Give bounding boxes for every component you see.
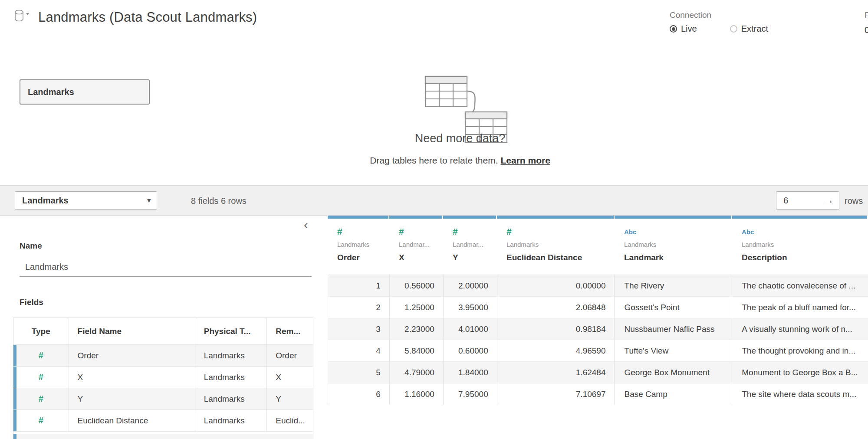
connection-extract-radio[interactable]: Extract <box>730 24 768 34</box>
numeric-cell: 4.01000 <box>444 318 497 340</box>
fields-rows-summary: 8 fields 6 rows <box>191 186 247 216</box>
column-field-name: Description <box>742 253 867 262</box>
numeric-cell: 3 <box>328 318 390 340</box>
grid-toolbar: Landmarks ▾ 8 fields 6 rows → rows <box>0 185 868 216</box>
filters-label: Filters <box>865 10 868 20</box>
column-selected-bar <box>615 216 731 219</box>
remote-field-cell: Order <box>267 345 313 366</box>
table-name-field[interactable]: Landmarks <box>20 257 312 277</box>
physical-table-cell: Landmarks <box>195 388 267 410</box>
table-select-dropdown[interactable]: Landmarks ▾ <box>15 191 157 210</box>
text-cell: George Box Monument <box>615 362 732 383</box>
field-row[interactable]: #YLandmarksY <box>13 388 313 410</box>
numeric-cell: 1.62484 <box>497 362 615 383</box>
text-cell: Base Camp <box>615 383 732 405</box>
column-table-name: Landmarks <box>337 241 388 248</box>
drag-tables-text: Drag tables here to relate them. <box>370 155 498 165</box>
fields-header-type: Type <box>13 318 69 344</box>
text-cell: A visually stunning work of n... <box>732 318 868 340</box>
connection-live-radio[interactable]: Live <box>670 24 697 34</box>
field-row[interactable]: #XLandmarksX <box>13 367 313 388</box>
text-cell: Monument to George Box a B... <box>732 362 868 383</box>
table-select-value: Landmarks <box>22 196 69 205</box>
numeric-cell: 7.10697 <box>497 383 615 405</box>
database-menu-button[interactable] <box>14 9 33 23</box>
table-row: 54.790001.840001.62484George Box Monumen… <box>328 362 868 383</box>
string-type-icon: Abc <box>624 225 731 239</box>
column-header-content: #Landmar...Y <box>443 219 496 275</box>
data-grid-header: #LandmarksOrder#Landmar...X#Landmar...Y#… <box>328 216 868 275</box>
column-field-name: Order <box>337 253 388 262</box>
number-type-icon: # <box>13 345 69 366</box>
number-type-icon: # <box>13 388 69 410</box>
column-table-name: Landmarks <box>506 241 614 248</box>
numeric-cell: 6 <box>328 383 390 405</box>
number-type-icon: # <box>13 367 69 388</box>
fields-table-body: #OrderLandmarksOrder#XLandmarksX#YLandma… <box>13 345 313 439</box>
remote-field-cell: Y <box>267 388 313 410</box>
numeric-cell: 2.06848 <box>497 297 615 318</box>
fields-label: Fields <box>20 298 43 307</box>
column-table-name: Landmarks <box>742 241 867 248</box>
data-grid-body: 10.560002.000000.00000The RiveryThe chao… <box>328 275 868 405</box>
physical-table-cell: Landmarks <box>195 345 267 366</box>
column-header-content: AbcLandmarksDescription <box>732 219 867 275</box>
selected-row-bar <box>13 434 16 439</box>
fields-header-physical-table: Physical T... <box>195 318 267 344</box>
rows-count-box: → <box>776 191 839 210</box>
rows-label: rows <box>845 186 863 216</box>
numeric-cell: 4.96590 <box>497 340 615 361</box>
text-cell: The thought provoking and in... <box>732 340 868 361</box>
column-selected-bar <box>389 216 442 219</box>
text-cell: Nussbaumer Naflic Pass <box>615 318 732 340</box>
numeric-cell: 3.95000 <box>444 297 497 318</box>
connection-label: Connection <box>670 10 768 20</box>
number-type-icon: # <box>453 225 496 239</box>
numeric-cell: 0.00000 <box>497 275 615 296</box>
table-row: 10.560002.000000.00000The RiveryThe chao… <box>328 275 868 297</box>
physical-table-cell: Landmarks <box>195 410 267 431</box>
text-cell: The Rivery <box>615 275 732 296</box>
grid-column-header-x[interactable]: #Landmar...X <box>389 216 442 275</box>
datasource-title[interactable]: Landmarks (Data Scout Landmarks) <box>38 10 257 25</box>
field-row[interactable]: #Euclidean DistanceLandmarksEuclid... <box>13 410 313 432</box>
column-selected-bar <box>732 216 867 219</box>
empty-state-headline: Need more data? <box>326 132 595 145</box>
dropdown-caret-icon <box>26 13 29 15</box>
fields-header-remote: Rem... <box>267 318 313 344</box>
grid-column-header-landmark[interactable]: AbcLandmarksLandmark <box>615 216 731 275</box>
column-table-name: Landmar... <box>399 241 442 248</box>
number-type-icon: # <box>13 410 69 431</box>
fields-metadata-table: Type Field Name Physical T... Rem... #Or… <box>13 318 313 439</box>
column-field-name: X <box>399 253 442 262</box>
number-type-icon: # <box>337 225 388 239</box>
canvas-table-node[interactable]: Landmarks <box>20 79 150 105</box>
physical-table-cell: Landmarks <box>195 367 267 388</box>
number-type-icon: # <box>506 225 614 239</box>
text-cell: Tufte's View <box>615 340 732 361</box>
live-label: Live <box>681 24 697 34</box>
numeric-cell: 1.25000 <box>390 297 444 318</box>
string-type-icon: Abc <box>742 225 867 239</box>
load-rows-arrow-icon[interactable]: → <box>824 192 834 209</box>
field-row[interactable]: #OrderLandmarksOrder <box>13 345 313 367</box>
column-header-content: #LandmarksEuclidean Distance <box>497 219 614 275</box>
numeric-cell: 0.60000 <box>444 340 497 361</box>
field-row-partial[interactable] <box>13 434 313 439</box>
column-field-name: Y <box>453 253 496 262</box>
grid-column-header-order[interactable]: #LandmarksOrder <box>328 216 388 275</box>
name-label: Name <box>20 241 42 251</box>
filters-section-clipped: Filters 0 <box>865 10 868 35</box>
learn-more-link[interactable]: Learn more <box>500 155 550 165</box>
numeric-cell: 0.98184 <box>497 318 615 340</box>
collapse-panel-icon[interactable]: ‹ <box>304 218 308 231</box>
rows-count-input[interactable] <box>776 192 820 209</box>
grid-column-header-euclidean-distance[interactable]: #LandmarksEuclidean Distance <box>497 216 614 275</box>
radio-unselected-icon <box>730 25 737 33</box>
grid-column-header-y[interactable]: #Landmar...Y <box>443 216 496 275</box>
grid-column-header-description[interactable]: AbcLandmarksDescription <box>732 216 867 275</box>
selected-row-bar <box>13 388 16 410</box>
column-header-content: AbcLandmarksLandmark <box>615 219 731 275</box>
numeric-cell: 1 <box>328 275 390 296</box>
fields-table-header: Type Field Name Physical T... Rem... <box>13 318 313 345</box>
